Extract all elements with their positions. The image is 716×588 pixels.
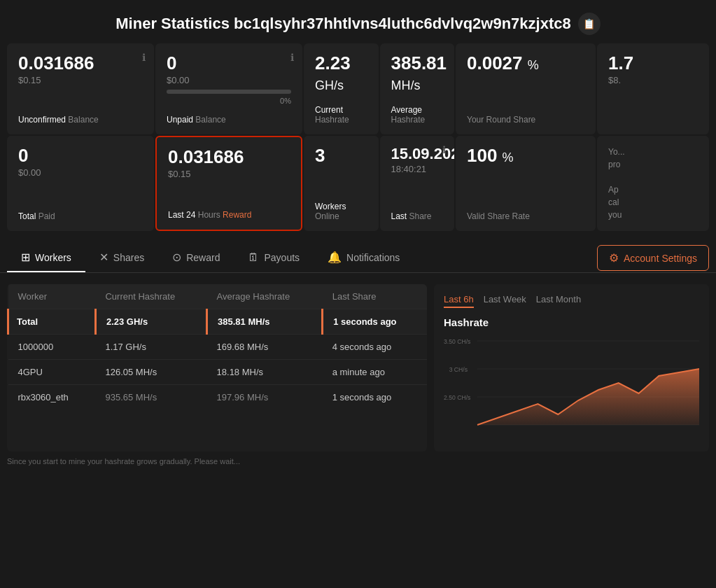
workers-table: Worker Current Hashrate Average Hashrate…: [7, 284, 427, 410]
tab-account-settings-label: Account Settings: [624, 253, 697, 264]
shares-icon: ✕: [99, 251, 108, 264]
stat-round-share: 0.0027 % Your Round Share: [456, 43, 596, 134]
extra1-value: 1.7: [608, 53, 698, 74]
cell-3-average: 197.96 MH/s: [207, 385, 323, 410]
chart-tab-6h[interactable]: Last 6h: [444, 294, 474, 308]
average-hashrate-value: 385.81 MH/s: [391, 53, 444, 93]
unpaid-progress-bar: [167, 90, 291, 94]
cell-2-current: 126.05 MH/s: [95, 360, 206, 385]
cell-1-current: 1.17 GH/s: [95, 335, 206, 360]
unpaid-progress-label: 0%: [167, 97, 291, 105]
unpaid-usd: $0.00: [167, 75, 291, 85]
cell-2-last: a minute ago: [323, 360, 427, 385]
cell-2-worker: 4GPU: [8, 360, 96, 385]
cell-1-last: 4 seconds ago: [323, 335, 427, 360]
cell-2-average: 18.18 MH/s: [207, 360, 323, 385]
tab-payouts-label: Payouts: [264, 252, 300, 263]
copy-address-button[interactable]: 📋: [578, 13, 601, 35]
settings-icon: ⚙: [609, 251, 619, 265]
unconfirmed-usd: $0.15: [18, 75, 143, 85]
table-row: 4GPU 126.05 MH/s 18.18 MH/s a minute ago: [8, 360, 428, 385]
cell-3-current: 935.65 MH/s: [95, 385, 206, 410]
unconfirmed-label: Unconfirmed Balance: [18, 115, 143, 125]
page-header: Miner Statistics bc1qlsyhr37hhtlvns4luth…: [0, 0, 716, 43]
last-share-time: 18:40:21: [391, 164, 444, 174]
stats-row-2: 0 $0.00 Total Paid 0.031686 $0.15 Last 2…: [0, 136, 716, 231]
current-hashrate-label: Current Hashrate: [315, 105, 367, 125]
tab-reward-label: Reward: [186, 252, 220, 263]
page-title: Miner Statistics bc1qlsyhr37hhtlvns4luth…: [115, 15, 570, 33]
svg-text:3 CH/s: 3 CH/s: [449, 366, 468, 373]
last24h-value: 0.031686: [168, 147, 290, 167]
stat-extra-2: Yo...proApcalyou: [597, 136, 709, 231]
stats-row-1: ℹ 0.031686 $0.15 Unconfirmed Balance ℹ 0…: [0, 43, 716, 134]
tab-shares[interactable]: ✕ Shares: [85, 244, 158, 272]
chart-tab-month[interactable]: Last Month: [536, 294, 581, 308]
tab-notifications[interactable]: 🔔 Notifications: [314, 244, 414, 272]
info-icon-last-share[interactable]: ℹ: [442, 144, 446, 155]
cell-1-worker: 1000000: [8, 335, 96, 360]
last-share-date: 15.09.2022: [391, 146, 444, 162]
current-hashrate-value: 2.23 GH/s: [315, 53, 367, 93]
valid-share-rate-value: 100 %: [467, 146, 584, 166]
tab-workers-label: Workers: [35, 252, 71, 263]
chart-title: Hashrate: [444, 316, 699, 328]
valid-share-rate-label: Valid Share Rate: [467, 211, 584, 221]
bottom-section: Worker Current Hashrate Average Hashrate…: [0, 273, 716, 451]
payouts-icon: 🗓: [248, 251, 259, 264]
svg-text:3.50 CH/s: 3.50 CH/s: [444, 338, 471, 345]
tab-account-settings[interactable]: ⚙ Account Settings: [597, 245, 709, 271]
info-icon-unconfirmed[interactable]: ℹ: [142, 52, 146, 63]
cell-total-current: 2.23 GH/s: [95, 309, 206, 335]
round-share-label: Your Round Share: [467, 115, 584, 125]
workers-online-value: 3: [315, 146, 367, 166]
stat-total-paid: 0 $0.00 Total Paid: [7, 136, 154, 231]
cell-total-average: 385.81 MH/s: [207, 309, 323, 335]
cell-1-average: 169.68 MH/s: [207, 335, 323, 360]
notifications-icon: 🔔: [328, 251, 342, 264]
table-row: rbx3060_eth 935.65 MH/s 197.96 MH/s 1 se…: [8, 385, 428, 410]
unpaid-label: Unpaid Balance: [167, 115, 291, 125]
stat-extra-1: 1.7 $8.: [597, 43, 709, 134]
chart-tabs: Last 6h Last Week Last Month: [444, 294, 699, 308]
unconfirmed-value: 0.031686: [18, 53, 143, 74]
total-paid-value: 0: [18, 146, 143, 166]
extra2-text: Yo...proApcalyou: [608, 146, 698, 221]
reward-icon: ⊙: [172, 251, 181, 264]
workers-icon: ⊞: [21, 251, 30, 264]
tab-shares-label: Shares: [113, 252, 144, 263]
cell-total-worker: Total: [8, 309, 96, 335]
last24h-usd: $0.15: [168, 169, 290, 179]
stat-valid-share-rate: 100 % Valid Share Rate: [456, 136, 596, 231]
cell-3-worker: rbx3060_eth: [8, 385, 96, 410]
col-worker: Worker: [8, 284, 96, 309]
chart-area: 3.50 CH/s 3 CH/s 2.50 CH/s: [444, 334, 699, 442]
hashrate-chart-svg: 3.50 CH/s 3 CH/s 2.50 CH/s: [444, 334, 699, 439]
extra1-usd: $8.: [608, 75, 698, 85]
footer-note: Since you start to mine your hashrate gr…: [0, 451, 716, 471]
chart-tab-week[interactable]: Last Week: [484, 294, 526, 308]
col-current-hashrate: Current Hashrate: [95, 284, 206, 309]
stat-average-hashrate: 385.81 MH/s Average Hashrate: [380, 43, 455, 134]
col-last-share: Last Share: [323, 284, 427, 309]
stat-unpaid-balance: ℹ 0 $0.00 0% Unpaid Balance: [155, 43, 302, 134]
tab-workers[interactable]: ⊞ Workers: [7, 244, 85, 272]
info-icon-unpaid[interactable]: ℹ: [290, 52, 294, 63]
round-share-value: 0.0027 %: [467, 53, 584, 74]
tabs-bar: ⊞ Workers ✕ Shares ⊙ Reward 🗓 Payouts 🔔 …: [0, 231, 716, 273]
cell-total-last: 1 seconds ago: [323, 309, 427, 335]
stat-last-24h-reward: 0.031686 $0.15 Last 24 Hours Reward: [155, 136, 302, 231]
workers-table-container: Worker Current Hashrate Average Hashrate…: [7, 284, 427, 451]
stat-current-hashrate: 2.23 GH/s Current Hashrate: [304, 43, 379, 134]
total-paid-label: Total Paid: [18, 211, 143, 221]
average-hashrate-label: Average Hashrate: [391, 105, 444, 125]
tab-payouts[interactable]: 🗓 Payouts: [234, 244, 314, 272]
stat-last-share: ℹ 15.09.2022 18:40:21 Last Share: [380, 136, 455, 231]
col-average-hashrate: Average Hashrate: [207, 284, 323, 309]
table-row-total: Total 2.23 GH/s 385.81 MH/s 1 seconds ag…: [8, 309, 428, 335]
stat-unconfirmed-balance: ℹ 0.031686 $0.15 Unconfirmed Balance: [7, 43, 154, 134]
last24h-label: Last 24 Hours Reward: [168, 210, 290, 220]
tab-reward[interactable]: ⊙ Reward: [158, 244, 234, 272]
unpaid-value: 0: [167, 53, 291, 74]
total-paid-usd: $0.00: [18, 167, 143, 178]
